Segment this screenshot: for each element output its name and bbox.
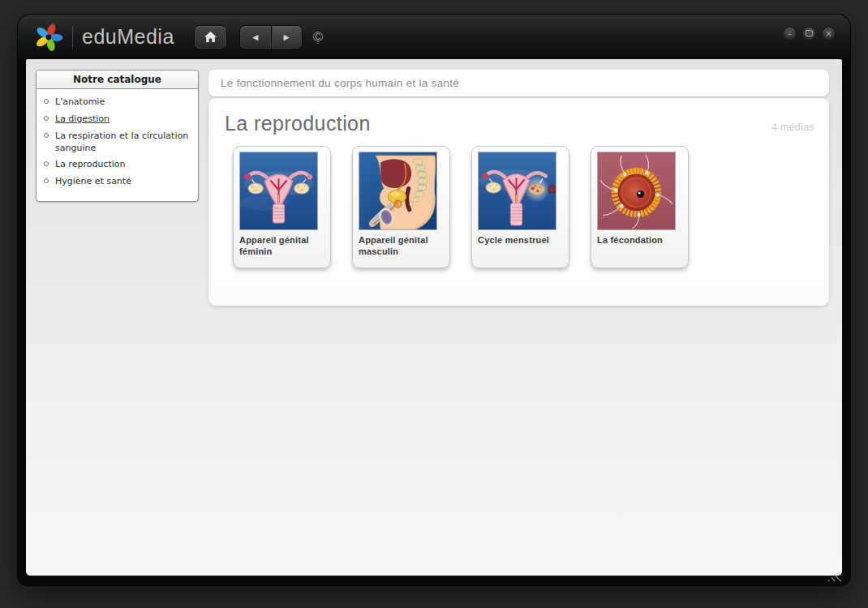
forward-button[interactable]: ►: [271, 25, 303, 49]
back-arrow-icon: ◄: [251, 32, 260, 42]
sidebar-item-digestion[interactable]: La digestion: [44, 113, 191, 126]
page-title: La reproduction: [225, 112, 371, 135]
home-button[interactable]: [194, 25, 227, 49]
sidebar-item-label: La digestion: [55, 113, 110, 126]
sidebar-item-hygiene-sante[interactable]: Hygiène et santé: [44, 176, 191, 188]
titlebar: eduMedia ◄ ► © – ×: [18, 15, 850, 59]
female-reproductive-system-thumbnail: [239, 152, 318, 230]
category-panel: La reproduction 4 médias: [208, 98, 829, 306]
bullet-icon: [44, 133, 49, 138]
sidebar-item-anatomie[interactable]: L'anatomie: [44, 96, 191, 109]
bullet-icon: [44, 161, 49, 166]
maximize-button[interactable]: [802, 27, 816, 41]
maximize-icon: [806, 30, 813, 36]
media-card-appareil-genital-feminin[interactable]: Appareil génital féminin: [233, 146, 331, 268]
copyright-button[interactable]: ©: [313, 29, 324, 45]
sidebar-item-reproduction[interactable]: La reproduction: [44, 159, 191, 171]
sidebar-item-label: La reproduction: [55, 159, 125, 171]
catalogue-panel: Notre catalogue L'anatomie La digestion …: [36, 70, 199, 202]
menstrual-cycle-thumbnail: [478, 152, 556, 230]
bullet-icon: [44, 178, 49, 183]
nav-button-group: ◄ ►: [239, 25, 303, 49]
breadcrumb: Le fonctionnement du corps humain et la …: [208, 70, 829, 96]
catalogue-list: L'anatomie La digestion La respiration e…: [37, 89, 198, 201]
back-button[interactable]: ◄: [239, 25, 271, 49]
bullet-icon: [44, 116, 49, 121]
catalogue-header: Notre catalogue: [37, 71, 198, 89]
sidebar-item-label: Hygiène et santé: [55, 176, 131, 188]
male-reproductive-system-thumbnail: [359, 152, 437, 230]
window-controls: – ×: [783, 27, 836, 41]
sidebar-item-label: L'anatomie: [55, 96, 105, 109]
minimize-button[interactable]: –: [783, 27, 797, 41]
media-card-la-fecondation[interactable]: La fécondation: [591, 146, 689, 268]
forward-arrow-icon: ►: [281, 32, 291, 42]
section-head: La reproduction 4 médias: [208, 98, 829, 135]
app-window: eduMedia ◄ ► © – × Notre catalogue: [18, 15, 850, 585]
media-card-label: Appareil génital masculin: [359, 235, 449, 258]
sidebar-item-label: La respiration et la circulation sanguin…: [55, 131, 191, 155]
fertilization-egg-sperm-thumbnail: [597, 152, 676, 230]
home-icon: [204, 31, 217, 43]
media-card-appareil-genital-masculin[interactable]: Appareil génital masculin: [352, 146, 450, 268]
media-card-row: Appareil génital féminin: [208, 135, 829, 268]
close-button[interactable]: ×: [822, 27, 836, 41]
sidebar-item-respiration-circulation[interactable]: La respiration et la circulation sanguin…: [44, 131, 191, 155]
media-card-label: La fécondation: [597, 235, 688, 246]
brand-divider: [72, 27, 73, 48]
media-card-label: Appareil génital féminin: [239, 235, 330, 258]
edumedia-logo-icon: [32, 23, 65, 52]
main-column: Le fonctionnement du corps humain et la …: [208, 70, 829, 306]
bullet-icon: [44, 99, 49, 104]
media-count: 4 médias: [771, 122, 814, 133]
brand-title: eduMedia: [82, 25, 174, 49]
media-card-label: Cycle menstruel: [478, 235, 569, 246]
media-card-cycle-menstruel[interactable]: Cycle menstruel: [471, 146, 569, 268]
content-area: Notre catalogue L'anatomie La digestion …: [26, 59, 842, 576]
